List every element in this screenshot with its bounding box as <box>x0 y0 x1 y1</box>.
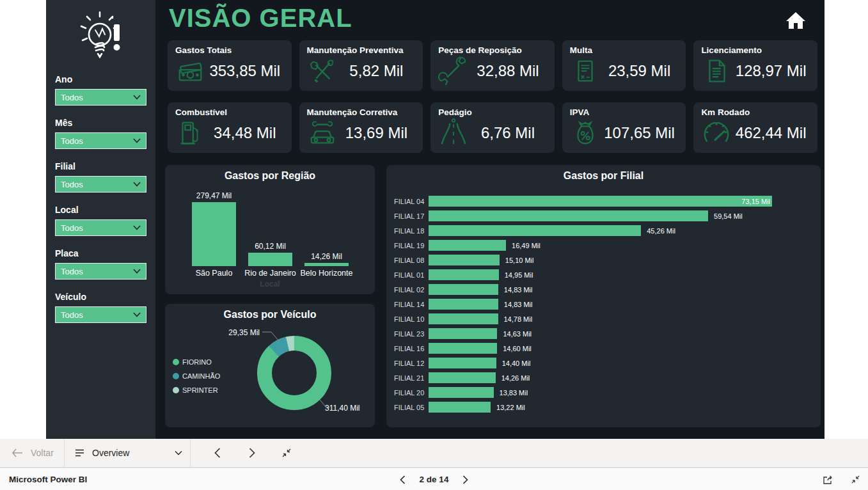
filial-category-label: FILIAL 19 <box>394 242 429 249</box>
kpi-card: Pedágio 6,76 Mil <box>430 102 555 153</box>
filter-label: Veículo <box>55 292 146 302</box>
filial-row: FILIAL 0214,83 Mil <box>394 284 812 295</box>
lightbulb-alert-icon <box>46 8 155 69</box>
filial-bar[interactable] <box>429 358 496 368</box>
region-value-label: 279,47 Mil <box>179 191 249 200</box>
filial-bar[interactable] <box>429 343 497 354</box>
next-page-button[interactable] <box>244 445 260 461</box>
region-plot: 279,47 MilSão Paulo60,12 MilRio de Janei… <box>165 165 375 294</box>
region-value-label: 60,12 Mil <box>235 242 306 251</box>
donut-slice-fiorino[interactable] <box>265 344 324 403</box>
legend-item: FIORINO <box>173 355 220 369</box>
filial-category-label: FILIAL 04 <box>394 198 429 205</box>
filial-row: FILIAL 1614,60 Mil <box>394 343 812 354</box>
chevron-down-icon <box>133 225 141 230</box>
kpi-value: 13,69 Mil <box>338 124 416 142</box>
back-button: Voltar <box>0 439 64 467</box>
next-page-button[interactable] <box>462 475 468 484</box>
legend-item: SPRINTER <box>173 383 220 397</box>
filial-bar[interactable] <box>429 196 772 207</box>
kpi-card: Manutenção Preventiva 5,82 Mil <box>299 40 423 91</box>
kpi-card: Combustível 34,48 Mil <box>168 102 292 153</box>
filial-value-label: 14,95 Mil <box>505 271 533 279</box>
money-icon <box>175 56 206 86</box>
filial-category-label: FILIAL 18 <box>394 227 429 235</box>
chart-title: Gastos por Veículo <box>165 304 375 320</box>
filial-bar[interactable] <box>429 240 506 251</box>
region-bar[interactable] <box>192 202 236 266</box>
dropdown-selected-value: Todos <box>61 310 83 320</box>
filial-category-label: FILIAL 08 <box>394 257 429 264</box>
filial-bar-track: 14,60 Mil <box>429 343 812 354</box>
filter-group: Mês Todos <box>55 118 146 149</box>
filter-dropdown[interactable]: Todos <box>55 219 146 236</box>
prev-page-button[interactable] <box>400 475 406 484</box>
filial-bar[interactable] <box>429 328 497 339</box>
region-x-axis-title: Local <box>165 280 375 288</box>
filial-value-label: 73,15 Mil <box>741 198 770 205</box>
kpi-value: 462,44 Mil <box>732 124 810 142</box>
share-button[interactable] <box>823 475 834 485</box>
filter-group: Local Todos <box>55 205 146 236</box>
filial-bar-track: 45,26 Mil <box>429 225 812 236</box>
wrench-icon <box>438 56 469 86</box>
fit-to-page-button[interactable] <box>851 475 860 484</box>
filial-value-label: 15,10 Mil <box>505 257 534 264</box>
filial-value-label: 13,22 Mil <box>496 404 525 411</box>
filial-bar[interactable] <box>429 372 496 383</box>
ticket-icon <box>570 56 601 86</box>
filial-bar[interactable] <box>429 299 498 310</box>
money-bag-icon <box>570 118 601 148</box>
filter-group: Ano Todos <box>55 74 146 106</box>
prev-page-button[interactable] <box>210 445 225 461</box>
filter-dropdown[interactable]: Todos <box>55 176 146 193</box>
filter-dropdown[interactable]: Todos <box>55 89 146 106</box>
filial-category-label: FILIAL 14 <box>394 301 429 308</box>
filter-sidebar: Ano Todos Mês Todos Filial Todos Local T… <box>46 0 155 439</box>
filial-value-label: 14,60 Mil <box>503 345 532 352</box>
chevron-down-icon <box>133 182 141 187</box>
filial-bar[interactable] <box>429 313 498 324</box>
filial-bar[interactable] <box>429 210 708 221</box>
filial-value-label: 14,63 Mil <box>503 330 532 338</box>
region-bar[interactable] <box>304 263 349 266</box>
kpi-card: IPVA 107,65 Mil <box>562 102 686 153</box>
filial-bar[interactable] <box>429 225 641 236</box>
filial-bar[interactable] <box>429 284 498 295</box>
donut-value-label: 311,40 Mil <box>325 404 359 413</box>
chart-gastos-por-veiculo: Gastos por Veículo FIORINO CAMINHÃO SPRI… <box>165 304 375 427</box>
legend-label: CAMINHÃO <box>182 372 220 380</box>
page-menu-dropdown[interactable]: Overview <box>65 439 190 467</box>
home-icon[interactable] <box>784 9 807 32</box>
filial-category-label: FILIAL 02 <box>394 286 429 294</box>
legend-dot <box>173 359 179 365</box>
filter-dropdown[interactable]: Todos <box>55 306 146 323</box>
filial-bar-track: 14,26 Mil <box>429 372 812 383</box>
kpi-value: 23,59 Mil <box>601 62 679 80</box>
filial-value-label: 14,78 Mil <box>504 315 533 323</box>
filter-dropdown[interactable]: Todos <box>55 132 146 149</box>
page-indicator: 2 de 14 <box>420 475 449 484</box>
filial-bar-track: 14,40 Mil <box>429 358 812 368</box>
legend-dot <box>173 387 179 393</box>
filial-category-label: FILIAL 21 <box>394 374 429 382</box>
chart-gastos-por-regiao: Gastos por Região 279,47 MilSão Paulo60,… <box>165 165 375 294</box>
fit-to-page-button[interactable] <box>279 445 294 461</box>
kpi-card: Km Rodado 462,44 Mil <box>693 102 817 153</box>
filial-bar[interactable] <box>429 269 499 280</box>
region-bar[interactable] <box>248 253 292 267</box>
filter-dropdown[interactable]: Todos <box>55 263 146 280</box>
filial-bar[interactable] <box>429 387 494 398</box>
kpi-card: Manutenção Corretiva 13,69 Mil <box>299 102 423 153</box>
filial-value-label: 45,26 Mil <box>647 227 675 235</box>
filter-group: Filial Todos <box>55 161 146 193</box>
filial-bar-track: 14,78 Mil <box>429 313 812 324</box>
fuel-icon <box>175 118 206 148</box>
filial-bar-track: 16,49 Mil <box>429 240 812 251</box>
donut-legend: FIORINO CAMINHÃO SPRINTER <box>173 355 220 397</box>
filial-category-label: FILIAL 05 <box>394 404 429 411</box>
filial-row: FILIAL 2013,83 Mil <box>394 387 812 398</box>
report-canvas: Ano Todos Mês Todos Filial Todos Local T… <box>46 0 825 439</box>
filial-bar[interactable] <box>429 255 500 265</box>
filial-bar[interactable] <box>429 402 491 413</box>
